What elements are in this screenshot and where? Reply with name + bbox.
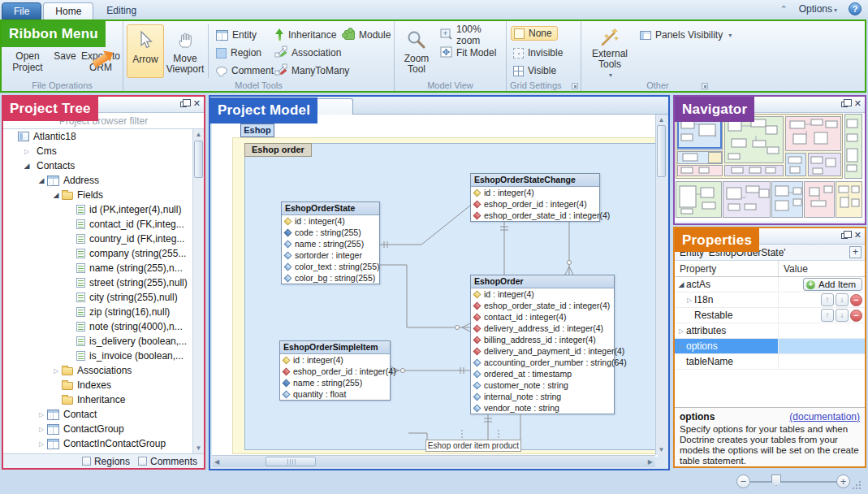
float-panel-icon[interactable]	[841, 102, 848, 107]
module-tool[interactable]: Module	[344, 28, 391, 42]
remove-item-button[interactable]: −	[850, 294, 862, 306]
scroll-up-icon[interactable]: ▲	[193, 131, 204, 138]
tree-item-atlantic18[interactable]: Atlantic18	[3, 129, 204, 144]
tree-item-name-string-255-n[interactable]: name (string(255),n...	[3, 261, 204, 275]
add-property-icon[interactable]: +	[849, 246, 862, 258]
region-label-eshop-order-item-product[interactable]: Eshop order item product	[425, 440, 521, 452]
zoom-tool-button[interactable]: Zoom Tool	[398, 24, 435, 78]
property-row-restable[interactable]: Restable↑↓−	[675, 308, 865, 323]
model-hscrollbar[interactable]: ◀ ▶	[212, 455, 655, 467]
external-tools-button[interactable]: External Tools▾	[588, 24, 632, 78]
add-item-button[interactable]: +Add Item	[803, 278, 862, 291]
open-project-button[interactable]: Open Project	[6, 50, 49, 73]
entity-field[interactable]: id : integer(4)	[471, 187, 599, 198]
comments-checkbox[interactable]: Comments	[138, 456, 197, 467]
tree-scrollbar[interactable]: ▲ ▼	[192, 129, 204, 453]
region-tool[interactable]: Region	[216, 46, 261, 60]
entity-field[interactable]: vendor_note : string	[471, 402, 614, 414]
entity-EshopOrderState[interactable]: EshopOrderStateid : integer(4)code : str…	[281, 202, 380, 284]
tree-item-cms[interactable]: ▷Cms	[3, 144, 204, 158]
property-row-i18n[interactable]: ▷I18n↑↓−	[675, 292, 865, 308]
resize-grip[interactable]	[853, 488, 854, 489]
tree-item-contact[interactable]: ▷Contact	[3, 407, 204, 422]
tree-item-zip-string-16-null[interactable]: zip (string(16),null)	[3, 305, 204, 319]
collapse-ribbon-icon[interactable]: ⌃	[779, 4, 787, 15]
move-down-button[interactable]: ↓	[836, 293, 849, 306]
model-canvas[interactable]: Eshop Eshop order	[212, 115, 658, 457]
entity-field[interactable]: ordered_at : timestamp	[471, 368, 614, 379]
entity-field[interactable]: name : string(255)	[280, 377, 390, 388]
scroll-left-icon[interactable]: ◀	[214, 458, 219, 466]
tree-item-company-string-255[interactable]: company (string(255...	[3, 246, 204, 261]
documentation-link[interactable]: (documentation)	[789, 411, 860, 422]
zoom-in-button[interactable]: +	[836, 474, 850, 488]
entity-field[interactable]: quantity : float	[280, 388, 390, 400]
tree-item-contact-id-fk-integ[interactable]: contact_id (FK,integ...	[3, 217, 204, 232]
move-up-button[interactable]: ↑	[821, 293, 834, 306]
entity-field[interactable]: color_bg : string(255)	[282, 272, 379, 284]
regions-checkbox[interactable]: Regions	[82, 456, 130, 467]
move-viewport-button[interactable]: Move Viewport	[164, 24, 206, 78]
property-row-tablename[interactable]: tableName	[675, 354, 865, 370]
comment-tool[interactable]: Comment	[216, 63, 274, 78]
entity-field[interactable]: color_text : string(255)	[282, 261, 379, 272]
zoom-slider-thumb[interactable]	[771, 474, 781, 486]
entity-field[interactable]: contact_id : integer(4)	[471, 311, 614, 323]
entity-field[interactable]: eshop_order_id : integer(4)	[471, 198, 599, 210]
tree-item-contactincontactgroup[interactable]: ▷ContactInContactGroup	[3, 436, 204, 451]
move-down-button[interactable]: ↓	[836, 309, 849, 322]
entity-field[interactable]: accounting_order_number : string(64)	[471, 357, 614, 368]
float-panel-icon[interactable]	[180, 102, 187, 107]
property-row-attributes[interactable]: ▷attributes	[675, 323, 865, 339]
tree-item-is-delivery-boolean[interactable]: is_delivery (boolean,...	[3, 334, 204, 349]
grid-invisible-button[interactable]: Invisible	[513, 46, 563, 60]
tree-item-inheritance[interactable]: Inheritance	[3, 392, 204, 407]
tree-item-is-invoice-boolean[interactable]: is_invoice (boolean,...	[3, 349, 204, 363]
zoom-slider-track[interactable]	[750, 481, 838, 483]
entity-field[interactable]: id : integer(4)	[282, 215, 379, 227]
tree-item-country-id-fk-integ[interactable]: country_id (FK,integ...	[3, 232, 204, 246]
tree-item-contacts[interactable]: ◢Contacts	[3, 158, 204, 173]
tab-file[interactable]: File	[2, 2, 41, 20]
options-menu[interactable]: Options▾	[799, 3, 837, 15]
entity-field[interactable]: eshop_order_state_id : integer(4)	[471, 210, 599, 221]
entity-field[interactable]: internal_note : string	[471, 391, 614, 402]
inheritance-tool[interactable]: Inheritance	[274, 28, 336, 42]
grid-visible-button[interactable]: Visible	[513, 63, 556, 78]
entity-field[interactable]: billing_address_id : integer(4)	[471, 334, 614, 345]
navigator-minimap[interactable]	[675, 113, 865, 221]
tab-editing[interactable]: Editing	[95, 2, 148, 20]
property-row-options[interactable]: ▷options	[675, 339, 865, 354]
tree-item-contactgroup[interactable]: ▷ContactGroup	[3, 422, 204, 436]
entity-field[interactable]: sortorder : integer	[282, 249, 379, 261]
entity-EshopOrder[interactable]: EshopOrderid : integer(4)eshop_order_sta…	[470, 275, 615, 414]
entity-field[interactable]: id : integer(4)	[280, 354, 390, 366]
tree-item-city-string-255-null[interactable]: city (string(255),null)	[3, 290, 204, 305]
entity-field[interactable]: eshop_order_id : integer(4)	[280, 366, 390, 377]
scroll-down-icon[interactable]: ▼	[193, 444, 204, 452]
tree-item-id-pk-integer-4-null[interactable]: id (PK,integer(4),null)	[3, 202, 204, 217]
region-label-eshop-order[interactable]: Eshop order	[244, 143, 312, 157]
save-button[interactable]: Save	[50, 50, 80, 62]
entity-field[interactable]: delivery_address_id : integer(4)	[471, 323, 614, 334]
tree-item-note-string-4000-n[interactable]: note (string(4000),n...	[3, 319, 204, 334]
close-panel-icon[interactable]: ✕	[854, 231, 862, 239]
help-icon[interactable]: ?	[849, 2, 862, 15]
move-up-button[interactable]: ↑	[821, 309, 834, 322]
grid-settings-launcher-icon[interactable]	[572, 83, 578, 89]
tree-item-fields[interactable]: ◢Fields	[3, 188, 204, 202]
scroll-right-icon[interactable]: ▶	[648, 458, 653, 466]
module-tab-eshop[interactable]: Eshop	[240, 124, 274, 137]
entity-EshopOrderSimpleItem[interactable]: EshopOrderSimpleItemid : integer(4)eshop…	[279, 340, 391, 401]
arrow-tool-button[interactable]: Arrow	[127, 24, 164, 78]
tree-item-address[interactable]: ◢Address	[3, 173, 204, 188]
fit-model-button[interactable]: Fit Model	[440, 46, 496, 60]
remove-item-button[interactable]: −	[850, 310, 862, 322]
close-panel-icon[interactable]: ✕	[854, 99, 862, 107]
tree-item-street-string-255-null[interactable]: street (string(255),null)	[3, 275, 204, 290]
tree-item-indexes[interactable]: Indexes	[3, 378, 204, 392]
entity-field[interactable]: customer_note : string	[471, 379, 614, 391]
tab-home[interactable]: Home	[43, 2, 93, 20]
entity-field[interactable]: code : string(255)	[282, 227, 379, 238]
zoom-100-button[interactable]: + 100% zoom	[440, 28, 506, 42]
